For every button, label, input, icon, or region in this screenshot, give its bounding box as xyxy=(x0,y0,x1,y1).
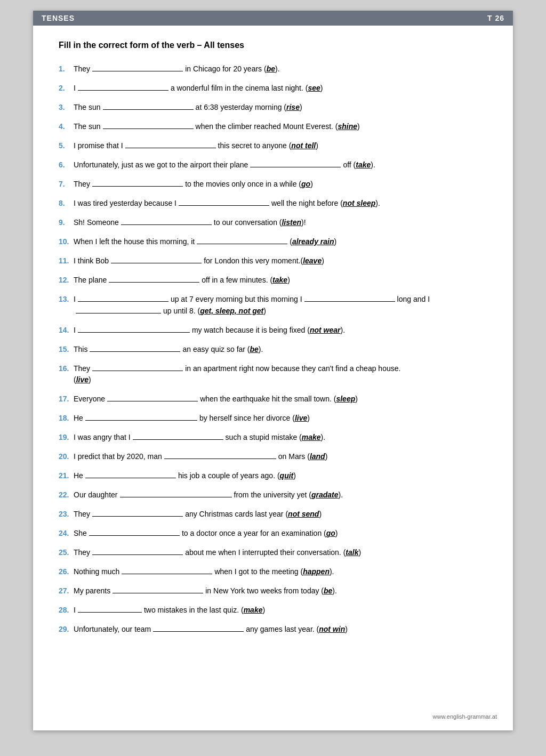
hint: land xyxy=(310,451,325,462)
item-content: I predict that by 2020, manon Mars (land… xyxy=(74,451,487,462)
blank-field xyxy=(179,197,269,206)
hint: sleep xyxy=(336,393,355,405)
item-number: 5. xyxy=(59,140,74,151)
list-item: 28. Itwo mistakes in the last quiz. (mak… xyxy=(59,604,487,616)
list-item: 21. Hehis job a couple of years ago. (qu… xyxy=(59,470,487,481)
item-content: Imy watch because it is being fixed (not… xyxy=(74,324,487,336)
item-number: 3. xyxy=(59,102,74,113)
item-content: Theyin an apartment right now because th… xyxy=(74,363,487,374)
blank-field xyxy=(78,82,168,91)
hint: already rain xyxy=(292,236,334,247)
item-number: 14. xyxy=(59,325,74,336)
item-content: Nothing muchwhen I got to the meeting (h… xyxy=(74,566,487,577)
list-item: 23. Theyany Christmas cards last year (n… xyxy=(59,508,487,520)
footer-url: www.english-grammar.at xyxy=(433,713,497,720)
item-content: Ia wonderful film in the cinema last nig… xyxy=(74,82,487,94)
list-item: 26. Nothing muchwhen I got to the meetin… xyxy=(59,566,487,577)
item-number: 10. xyxy=(59,236,74,247)
hint: not sleep xyxy=(343,198,375,209)
blank-field xyxy=(250,159,341,167)
item-content: I promise that Ithis secret to anyone (n… xyxy=(74,140,487,151)
item-number: 9. xyxy=(59,217,74,228)
blank-field xyxy=(120,489,232,497)
list-item: 27. My parentsin New York two weeks from… xyxy=(59,585,487,597)
item-content: My parentsin New York two weeks from tod… xyxy=(74,585,487,597)
blank-field-2 xyxy=(304,293,395,302)
blank-field-3 xyxy=(76,305,161,313)
list-item: 13. Iup at 7 every morning but this morn… xyxy=(59,293,487,317)
item-number: 11. xyxy=(59,255,74,267)
item-content: Itwo mistakes in the last quiz. (make) xyxy=(74,604,487,616)
blank-field xyxy=(122,566,212,574)
list-item: 8. I was tired yesterday because Iwell t… xyxy=(59,197,487,209)
blank-field xyxy=(133,431,223,440)
item-number: 23. xyxy=(59,509,74,520)
hint: make xyxy=(244,605,263,616)
hint: not win xyxy=(319,624,345,635)
hint: go xyxy=(301,179,310,190)
blank-field xyxy=(103,120,194,129)
item-number: 15. xyxy=(59,344,74,355)
hint: be xyxy=(267,63,275,75)
worksheet-page: TENSES T 26 Fill in the correct form of … xyxy=(33,11,513,730)
item-content: I was tired yesterday because Iwell the … xyxy=(74,197,487,209)
item-content: The sunat 6:38 yesterday morning (rise) xyxy=(74,101,487,113)
list-item: 15. Thisan easy quiz so far (be). xyxy=(59,343,487,355)
list-item: 14. Imy watch because it is being fixed … xyxy=(59,324,487,336)
header-title: TENSES xyxy=(42,14,75,22)
hint: be xyxy=(250,344,259,355)
blank-field xyxy=(113,585,203,593)
item-content: The sunwhen the climber reached Mount Ev… xyxy=(74,120,487,132)
blank-field xyxy=(92,178,183,187)
blank-field xyxy=(92,363,183,371)
item-content: Hehis job a couple of years ago. (quit) xyxy=(74,470,487,481)
item-content: I think Bobfor London this very moment.(… xyxy=(74,255,487,267)
blank-field xyxy=(197,236,287,244)
item-number: 8. xyxy=(59,198,74,209)
blank-field xyxy=(89,527,180,536)
item-number: 22. xyxy=(59,489,74,501)
blank-field xyxy=(125,140,216,148)
blank-field xyxy=(103,101,194,110)
blank-field xyxy=(153,623,244,632)
list-item: 5. I promise that Ithis secret to anyone… xyxy=(59,140,487,151)
item-number: 18. xyxy=(59,413,74,424)
hint: not tell xyxy=(291,140,316,151)
blank-field xyxy=(78,604,142,613)
item-number: 26. xyxy=(59,566,74,577)
blank-field xyxy=(85,470,176,478)
item-content: Unfortunately, just as we got to the air… xyxy=(74,159,487,171)
list-item: 17. Everyonewhen the earthquake hit the … xyxy=(59,393,487,405)
item-content: Everyonewhen the earthquake hit the smal… xyxy=(74,393,487,405)
blank-field xyxy=(85,412,197,421)
item-number: 4. xyxy=(59,121,74,132)
item-content: When I left the house this morning, it(a… xyxy=(74,236,487,247)
header-code: T 26 xyxy=(487,14,504,22)
hint: go xyxy=(326,528,335,539)
item-number: 2. xyxy=(59,83,74,94)
hint: not send xyxy=(288,509,319,520)
item-content: I was angry that Isuch a stupid mistake … xyxy=(74,431,487,443)
list-item: 2. Ia wonderful film in the cinema last … xyxy=(59,82,487,94)
item-content: Theyin Chicago for 20 years (be). xyxy=(74,63,487,75)
list-item: 16. Theyin an apartment right now becaus… xyxy=(59,363,487,385)
item-content: Theyany Christmas cards last year (not s… xyxy=(74,508,487,520)
hint: not wear xyxy=(310,325,341,336)
item-number: 12. xyxy=(59,275,74,286)
item-content: Iup at 7 every morning but this morning … xyxy=(74,293,487,305)
blank-field xyxy=(107,393,198,401)
page-title: Fill in the correct form of the verb – A… xyxy=(59,41,487,50)
item-number: 16. xyxy=(59,363,74,374)
blank-field xyxy=(92,63,183,71)
blank-field xyxy=(111,255,202,263)
item-number: 29. xyxy=(59,624,74,635)
hint: gradate xyxy=(311,489,339,501)
list-item: 4. The sunwhen the climber reached Mount… xyxy=(59,120,487,132)
hint: take xyxy=(272,275,287,286)
item-content: The planeoff in a few minutes. (take) xyxy=(74,274,487,286)
footer: www.english-grammar.at xyxy=(422,708,508,725)
list-item: 3. The sunat 6:38 yesterday morning (ris… xyxy=(59,101,487,113)
blank-field xyxy=(109,274,199,283)
item-content: Thisan easy quiz so far (be). xyxy=(74,343,487,355)
item-number: 19. xyxy=(59,432,74,443)
